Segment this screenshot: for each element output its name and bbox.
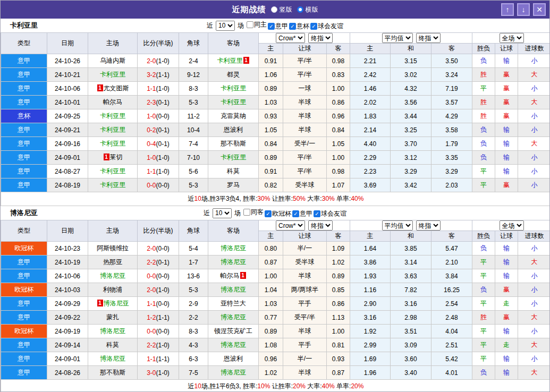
team-link: 卡利亚里 [100,112,125,120]
result-goals: 小 [518,165,550,178]
avg-draw: 3.16 [391,297,431,311]
match-date: 24-08-27 [47,165,88,178]
checkbox-checked-icon[interactable] [268,23,275,30]
close-button[interactable]: ✕ [533,3,546,16]
checkbox-checked-icon[interactable] [292,210,299,217]
odds-away: 0.98 [327,165,350,178]
filter-suffix-label: 场 [238,21,244,30]
odds-home: 1.03 [259,96,283,109]
fulltime-score: 0-0 [147,328,156,335]
avg-away: 2.54 [431,297,472,311]
result-winlose: 平 [472,352,495,366]
filter-checkboxes: 同客欧冠杯意甲球会友谊 [242,208,346,219]
checkbox-checked-icon[interactable] [265,210,272,217]
col-header-home: 主场 [88,33,138,54]
score-cell: 3-0(1-0) [138,366,179,380]
filter-checkbox-0[interactable]: 同客 [243,208,264,217]
result-handicap: 输 [495,352,518,366]
home-team-cell: 乌迪内斯 [88,54,138,68]
filter-checkbox-0[interactable]: 同主 [247,20,267,29]
score-cell: 1-0(0-0) [138,109,179,123]
away-team-cell: 博洛尼亚 [208,366,259,380]
team-link: 莱切 [110,154,123,161]
filter-checkbox-3[interactable]: 球会友谊 [314,209,346,218]
radio-circle-icon[interactable] [297,6,303,13]
odds-handicap: 半/一 [283,242,327,255]
radio-horizontal-layout[interactable]: 横版 [297,5,318,14]
odds-group-header: Crow*终指 [259,220,350,231]
filter-prefix-label: 近 [204,209,210,218]
summary-value: 20% [351,382,363,390]
corner-count: 2-4 [179,54,208,68]
result-winlose: 负 [472,137,495,151]
odds-home: 0.89 [259,325,283,338]
odds-handicap: 半球 [283,109,327,123]
odds-time-select[interactable]: 终指 [308,33,333,43]
halftime-score: (1-0) [156,57,170,65]
odds-time-select[interactable]: 终指 [308,220,333,231]
match-date: 24-10-03 [47,283,88,297]
summary-label: 大率: [306,382,322,390]
filter-checkbox-3[interactable]: 球会友谊 [310,22,343,31]
avg-company-select[interactable]: 平均值 [382,33,413,43]
avg-group-header: 平均值终指 [350,33,472,44]
result-winlose: 平 [472,82,495,96]
radio-circle-icon[interactable] [271,6,277,13]
home-team-cell: 阿斯顿维拉 [88,242,138,255]
col-header-away: 客场 [208,220,259,242]
avg-time-select[interactable]: 终指 [416,220,441,231]
odds-handicap: 半球 [283,123,327,137]
filter-checkbox-1[interactable]: 意甲 [268,22,288,31]
avg-company-select[interactable]: 平均值 [382,220,413,231]
filter-checkbox-2[interactable]: 意甲 [292,209,312,218]
avg-draw: 3.02 [391,68,431,82]
result-handicap: 输 [495,54,518,68]
checkbox-unchecked-icon[interactable] [243,209,250,216]
odds-company-select[interactable]: Crow* [276,33,305,43]
result-goals: 小 [518,325,550,338]
odds-home: 0.82 [259,178,283,192]
fulltime-score: 1-1 [147,355,156,363]
checkbox-checked-icon[interactable] [310,23,317,30]
fullmatch-select[interactable]: 全场 [500,220,524,231]
avg-draw: 3.85 [391,242,431,255]
scroll-up-button[interactable]: ↑ [501,3,514,16]
away-team-cell: 卡利亚里 [208,151,259,165]
fulltime-score: 0-0 [147,272,156,280]
result-goals: 小 [518,297,550,311]
odds-company-select[interactable]: Crow* [276,220,305,231]
halftime-score: (0-0) [156,328,170,335]
period-count-select[interactable]: 10 [216,21,235,31]
home-team-cell: 卡利亚里 [88,137,138,151]
avg-time-select[interactable]: 终指 [416,33,441,43]
fulltime-score: 2-2 [147,259,156,266]
avg-away: 16.25 [431,283,472,297]
match-row: 欧冠杯24-10-03利物浦2-0(1-0)5-3博洛尼亚1.04两/两球半0.… [1,283,550,297]
result-winlose: 胜 [472,109,495,123]
radio-vertical-layout[interactable]: 竖版 [271,5,292,14]
filter-checkbox-1[interactable]: 欧冠杯 [265,209,291,218]
match-row: 意甲24-10-061尤文图斯1-1(1-0)8-3卡利亚里0.89一球1.00… [1,82,550,96]
col-header-score: 比分(半场) [138,33,179,54]
fulltime-score: 2-0 [147,57,156,65]
filter-suffix-label: 场 [234,209,241,218]
scroll-down-button[interactable]: ↓ [517,3,530,16]
checkbox-label: 球会友谊 [321,209,346,218]
match-row: 意甲24-09-01博洛尼亚1-1(1-1)6-3恩波利0.96半/一0.931… [1,352,550,366]
checkbox-checked-icon[interactable] [314,210,320,217]
checkbox-checked-icon[interactable] [289,23,296,30]
fullmatch-select[interactable]: 全场 [500,33,524,43]
avg-home: 1.16 [350,283,391,297]
checkbox-unchecked-icon[interactable] [247,21,253,28]
odds-home: 0.87 [259,255,283,269]
match-type-badge: 意甲 [1,178,47,192]
odds-handicap: 半球 [283,366,327,380]
col-header-corner: 角球 [179,33,208,54]
result-handicap: 输 [495,151,518,165]
filter-checkbox-2[interactable]: 意杯 [289,22,309,31]
period-count-select[interactable]: 10 [213,208,232,218]
subcol-avg-home: 主 [350,44,391,54]
odds-away: 0.96 [327,109,350,123]
result-goals: 大 [518,338,550,352]
avg-home: 3.16 [350,311,391,325]
